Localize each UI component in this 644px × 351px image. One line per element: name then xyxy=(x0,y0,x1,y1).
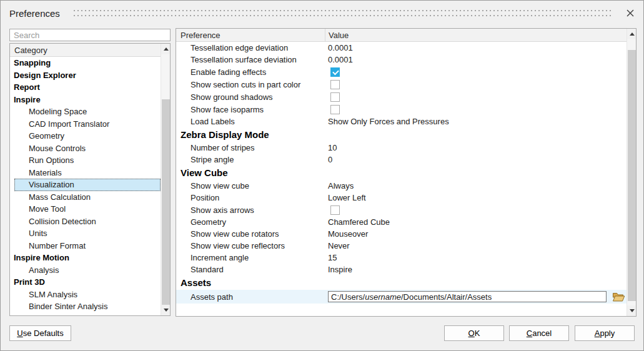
preference-row: Assets pathC:/Users/username/Documents/A… xyxy=(176,290,627,304)
preference-value: Show Only Forces and Pressures xyxy=(325,117,627,126)
preference-value xyxy=(325,205,627,215)
section-row: Assets xyxy=(176,275,627,290)
preference-label: Show section cuts in part color xyxy=(176,80,325,89)
category-item-snapping[interactable]: Snapping xyxy=(10,57,161,69)
preference-row: Show section cuts in part color xyxy=(176,78,627,91)
table-header: Preference Value xyxy=(176,29,636,42)
category-item-fluids[interactable]: Fluids xyxy=(10,313,161,317)
preference-value xyxy=(325,80,627,89)
category-item-slm-analysis[interactable]: SLM Analysis xyxy=(10,289,161,301)
preference-row: PositionLower Left xyxy=(176,192,627,204)
preference-row: Show view cube rotatorsMouseover xyxy=(176,228,627,240)
scroll-down-button[interactable] xyxy=(627,305,637,316)
ok-button[interactable]: OK xyxy=(444,325,504,341)
category-item-print-3d[interactable]: Print 3D xyxy=(10,276,161,289)
category-item-materials[interactable]: Materials xyxy=(10,167,161,179)
category-item-geometry[interactable]: Geometry xyxy=(10,130,161,142)
category-item-inspire[interactable]: Inspire xyxy=(10,94,161,106)
category-item-number-format[interactable]: Number Format xyxy=(10,240,161,252)
use-defaults-button[interactable]: Use Defaults xyxy=(9,325,71,341)
preference-row: Show view cube reflectorsNever xyxy=(176,240,627,252)
preference-value xyxy=(325,92,627,102)
assets-path-input[interactable]: C:/Users/username/Documents/Altair/Asset… xyxy=(328,291,607,302)
preference-row: Show face isoparms xyxy=(176,103,627,116)
preferences-dialog: Preferences Category SnappingDesign Expl… xyxy=(0,0,644,351)
preference-value: Lower Left xyxy=(325,193,627,202)
preference-label: Assets xyxy=(176,277,211,288)
checkbox[interactable] xyxy=(330,92,340,102)
close-button[interactable] xyxy=(622,5,638,21)
preference-label: Zebra Display Mode xyxy=(176,129,269,140)
category-item-units[interactable]: Units xyxy=(10,227,161,240)
preference-row: Stripe angle0 xyxy=(176,154,627,166)
browse-folder-button[interactable] xyxy=(612,292,625,302)
category-item-mass-calculation[interactable]: Mass Calculation xyxy=(10,191,161,204)
category-item-inspire-motion[interactable]: Inspire Motion xyxy=(10,252,161,264)
preference-label: Number of stripes xyxy=(176,143,325,152)
preference-row: Number of stripes10 xyxy=(176,142,627,154)
category-item-move-tool[interactable]: Move Tool xyxy=(10,203,161,215)
category-item-mouse-controls[interactable]: Mouse Controls xyxy=(10,142,161,155)
category-item-run-options[interactable]: Run Options xyxy=(10,154,161,167)
category-item-collision-detection[interactable]: Collision Detection xyxy=(10,215,161,228)
scroll-down-button[interactable] xyxy=(161,305,171,315)
apply-button[interactable]: Apply xyxy=(575,325,635,341)
preference-row: Show view cubeAlways xyxy=(176,180,627,192)
folder-icon xyxy=(612,292,625,302)
column-header-preference[interactable]: Preference xyxy=(176,29,325,41)
preference-label: Show axis arrows xyxy=(176,205,325,215)
preference-label: Assets path xyxy=(176,292,325,302)
preference-value: Always xyxy=(325,181,627,190)
category-list-header[interactable]: Category xyxy=(10,44,170,57)
preference-label: View Cube xyxy=(176,167,228,178)
scrollbar-thumb[interactable] xyxy=(628,50,636,301)
preference-row: Show ground shadows xyxy=(176,91,627,103)
dialog-title: Preferences xyxy=(9,8,60,19)
category-item-report[interactable]: Report xyxy=(10,81,161,94)
search-input[interactable] xyxy=(9,29,171,41)
preference-label: Enable fading effects xyxy=(176,67,325,77)
category-item-cad-import-translator[interactable]: CAD Import Translator xyxy=(10,118,161,131)
preference-label: Load Labels xyxy=(176,117,325,126)
title-bar[interactable]: Preferences xyxy=(1,1,643,26)
preference-label: Increment angle xyxy=(176,253,325,262)
category-items: SnappingDesign ExplorerReportInspireMode… xyxy=(10,57,170,316)
preference-value xyxy=(325,105,627,114)
scrollbar-thumb[interactable] xyxy=(162,99,170,305)
preference-row: GeometryChamfered Cube xyxy=(176,216,627,228)
preference-label: Show view cube reflectors xyxy=(176,241,325,250)
section-row: Zebra Display Mode xyxy=(176,127,627,142)
preference-label: Position xyxy=(176,193,325,202)
preference-value: Mouseover xyxy=(325,229,627,239)
cancel-button[interactable]: Cancel xyxy=(509,325,569,341)
arrow-down-icon xyxy=(630,309,635,312)
category-header-label: Category xyxy=(14,46,47,55)
preference-row: Tessellation edge deviation0.0001 xyxy=(176,42,627,54)
category-scrollbar[interactable] xyxy=(161,44,170,315)
arrow-up-icon xyxy=(630,32,635,36)
scroll-up-button[interactable] xyxy=(627,29,637,39)
category-item-binder-sinter-analysis[interactable]: Binder Sinter Analysis xyxy=(10,300,161,313)
preference-label: Show view cube xyxy=(176,181,325,190)
close-icon xyxy=(627,9,634,17)
preference-label: Show ground shadows xyxy=(176,92,325,102)
checkbox[interactable] xyxy=(330,105,340,114)
drag-handle-icon[interactable] xyxy=(74,10,611,16)
checkbox[interactable] xyxy=(330,67,340,77)
preference-value: 0.0001 xyxy=(325,43,627,52)
scroll-up-button[interactable] xyxy=(161,44,171,54)
preference-value: 0 xyxy=(325,155,627,164)
preference-label: Tessellation surface deviation xyxy=(176,55,325,64)
preference-row: Load LabelsShow Only Forces and Pressure… xyxy=(176,116,627,127)
table-scrollbar[interactable] xyxy=(627,29,636,316)
checkbox[interactable] xyxy=(330,80,340,89)
column-header-value[interactable]: Value xyxy=(325,29,636,41)
preferences-table: Preference Value Tessellation edge devia… xyxy=(176,28,637,317)
preference-row: StandardInspire xyxy=(176,264,627,275)
category-item-modeling-space[interactable]: Modeling Space xyxy=(10,106,161,118)
category-item-design-explorer[interactable]: Design Explorer xyxy=(10,69,161,82)
category-item-visualization[interactable]: Visualization xyxy=(14,179,161,191)
category-item-analysis[interactable]: Analysis xyxy=(10,264,161,277)
preference-label: Standard xyxy=(176,265,325,274)
checkbox[interactable] xyxy=(330,205,340,215)
